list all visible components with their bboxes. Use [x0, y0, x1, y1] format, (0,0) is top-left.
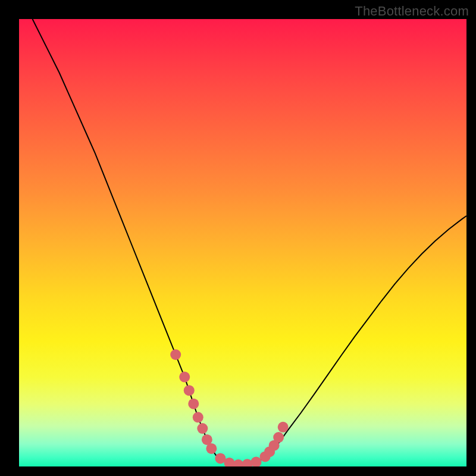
watermark-text: TheBottleneck.com [355, 4, 469, 19]
curve-marker [278, 422, 289, 433]
curve-path [33, 19, 466, 465]
bottleneck-curve [33, 19, 466, 465]
marker-group [170, 349, 288, 466]
curve-marker [184, 385, 195, 396]
curve-marker [193, 412, 203, 422]
curve-marker [251, 456, 262, 466]
curve-marker [197, 423, 208, 434]
chart-svg-layer [19, 19, 466, 466]
plot-area [19, 19, 466, 466]
chart-frame: TheBottleneck.com [0, 0, 476, 476]
curve-marker [206, 443, 217, 454]
curve-marker [273, 432, 284, 443]
curve-marker [170, 349, 181, 360]
curve-marker [179, 372, 190, 383]
curve-marker [188, 399, 199, 409]
